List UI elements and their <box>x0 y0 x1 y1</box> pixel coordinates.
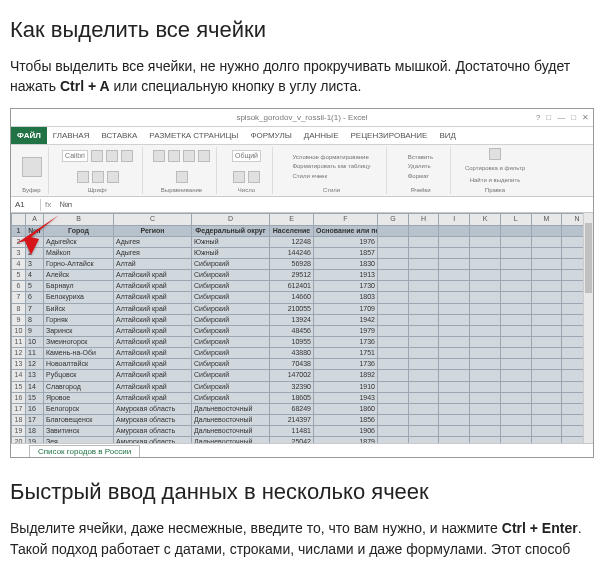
cell[interactable] <box>378 437 409 444</box>
cell[interactable]: Алтайский край <box>114 292 192 303</box>
cell[interactable]: Барнаул <box>44 281 114 292</box>
cell[interactable]: 56928 <box>270 259 314 270</box>
cell[interactable] <box>408 348 439 359</box>
cell[interactable] <box>531 392 562 403</box>
cell[interactable]: 1942 <box>314 314 378 325</box>
cell[interactable] <box>500 337 531 348</box>
tab-file[interactable]: ФАЙЛ <box>11 127 47 145</box>
cell[interactable] <box>531 281 562 292</box>
cell[interactable] <box>408 303 439 314</box>
cell[interactable]: 210055 <box>270 303 314 314</box>
cell[interactable] <box>500 314 531 325</box>
cell[interactable] <box>531 337 562 348</box>
row-header[interactable]: 20 <box>12 437 26 444</box>
cell[interactable]: Амурская область <box>114 403 192 414</box>
cell[interactable]: 6 <box>26 292 44 303</box>
cell[interactable]: 1856 <box>314 415 378 426</box>
cell[interactable]: 18 <box>26 426 44 437</box>
cell[interactable]: Алтайский край <box>114 348 192 359</box>
cell[interactable]: 1709 <box>314 303 378 314</box>
cell[interactable]: Федеральный округ <box>192 225 270 236</box>
cell[interactable] <box>408 225 439 236</box>
row-header[interactable]: 18 <box>12 415 26 426</box>
cell[interactable]: Сибирский <box>192 359 270 370</box>
cell[interactable] <box>500 325 531 336</box>
cell[interactable] <box>378 359 409 370</box>
cell[interactable] <box>439 403 470 414</box>
cell[interactable] <box>470 292 501 303</box>
cell[interactable] <box>408 392 439 403</box>
cell[interactable]: 1730 <box>314 281 378 292</box>
cell[interactable]: 13924 <box>270 314 314 325</box>
cell[interactable] <box>439 225 470 236</box>
row-header[interactable]: 14 <box>12 370 26 381</box>
cell[interactable] <box>531 303 562 314</box>
cell[interactable] <box>439 303 470 314</box>
cell[interactable] <box>470 392 501 403</box>
cell[interactable]: 9 <box>26 325 44 336</box>
cell[interactable]: Сибирский <box>192 281 270 292</box>
cell[interactable] <box>470 359 501 370</box>
column-header[interactable]: C <box>114 214 192 225</box>
cell[interactable]: Заринск <box>44 325 114 336</box>
insert-cells-button[interactable]: Вставить <box>408 153 433 162</box>
cell[interactable]: 4 <box>26 270 44 281</box>
cell[interactable]: Дальневосточный <box>192 426 270 437</box>
cell[interactable] <box>439 325 470 336</box>
cell[interactable] <box>439 314 470 325</box>
currency-icon[interactable] <box>233 171 245 183</box>
cell[interactable] <box>408 281 439 292</box>
cell[interactable] <box>408 247 439 258</box>
cell[interactable] <box>470 415 501 426</box>
row-header[interactable]: 19 <box>12 426 26 437</box>
sort-filter-button[interactable]: Сортировка и фильтр <box>465 164 525 173</box>
cell[interactable]: Завитинск <box>44 426 114 437</box>
cell[interactable] <box>531 370 562 381</box>
cell[interactable] <box>500 259 531 270</box>
cell[interactable]: 11 <box>26 348 44 359</box>
cell[interactable] <box>378 303 409 314</box>
cell[interactable]: 1860 <box>314 403 378 414</box>
column-header[interactable]: L <box>500 214 531 225</box>
cell[interactable]: 14660 <box>270 292 314 303</box>
cell[interactable] <box>439 259 470 270</box>
cell[interactable]: Адыгея <box>114 236 192 247</box>
cell[interactable]: 10955 <box>270 337 314 348</box>
cell[interactable]: 214397 <box>270 415 314 426</box>
row-header[interactable]: 8 <box>12 303 26 314</box>
conditional-formatting-button[interactable]: Условное форматирование <box>292 153 368 162</box>
cell[interactable]: Зея <box>44 437 114 444</box>
autosum-icon[interactable] <box>489 148 501 160</box>
tab-insert[interactable]: ВСТАВКА <box>95 127 143 145</box>
cell[interactable] <box>439 337 470 348</box>
cell[interactable]: Южный <box>192 247 270 258</box>
tab-layout[interactable]: РАЗМЕТКА СТРАНИЦЫ <box>143 127 244 145</box>
column-header[interactable]: H <box>408 214 439 225</box>
cell[interactable]: Белогорск <box>44 403 114 414</box>
cell[interactable] <box>408 370 439 381</box>
cell[interactable]: 7 <box>26 303 44 314</box>
row-header[interactable]: 16 <box>12 392 26 403</box>
cell[interactable]: 17 <box>26 415 44 426</box>
tab-review[interactable]: РЕЦЕНЗИРОВАНИЕ <box>345 127 434 145</box>
cell[interactable]: Алтайский край <box>114 314 192 325</box>
tab-formulas[interactable]: ФОРМУЛЫ <box>244 127 297 145</box>
align-center-icon[interactable] <box>168 150 180 162</box>
cell[interactable] <box>470 225 501 236</box>
cell[interactable] <box>531 359 562 370</box>
cell[interactable] <box>378 247 409 258</box>
cell[interactable] <box>378 381 409 392</box>
cell[interactable]: Дальневосточный <box>192 437 270 444</box>
cell[interactable] <box>470 437 501 444</box>
cell[interactable]: Население <box>270 225 314 236</box>
cell[interactable]: Сибирский <box>192 337 270 348</box>
cell[interactable] <box>470 259 501 270</box>
cell[interactable] <box>378 348 409 359</box>
cell[interactable] <box>408 426 439 437</box>
cell[interactable] <box>470 337 501 348</box>
merge-icon[interactable] <box>176 171 188 183</box>
cell[interactable]: Яровое <box>44 392 114 403</box>
column-header[interactable]: F <box>314 214 378 225</box>
cell[interactable] <box>439 415 470 426</box>
cell[interactable] <box>378 392 409 403</box>
